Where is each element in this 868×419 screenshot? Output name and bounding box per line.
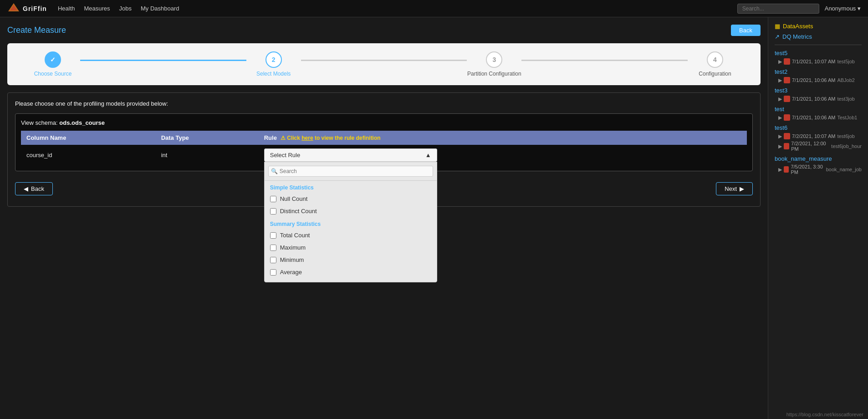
sidebar-measure-test2[interactable]: test2 (775, 68, 862, 75)
back-top-button[interactable]: Back (731, 25, 761, 36)
chart-icon: ↗ (775, 33, 780, 40)
checkbox-average[interactable] (270, 269, 276, 276)
back-bottom-button[interactable]: ◀ Back (15, 182, 53, 195)
content-description: Please choose one of the profiling model… (15, 100, 753, 107)
col-header-rule: Rule ⚠ Click here to view the rule defin… (259, 131, 747, 145)
sidebar-job-row: ▶ 7/5/2021, 3:30 PM book_name_job (778, 164, 862, 175)
checkbox-total-count[interactable] (270, 232, 276, 239)
section-summary-statistics: Summary Statistics (265, 217, 437, 229)
job-status-icon (784, 58, 790, 65)
grid-icon: ▦ (775, 23, 780, 30)
rule-dropdown-wrapper: Select Rule ▲ 🔍 (264, 148, 741, 162)
rule-hint-link[interactable]: here (301, 135, 313, 141)
table-card: View schema: ods.ods_course Column Name … (15, 113, 753, 171)
dropdown-item-average[interactable]: Average (265, 266, 437, 278)
step-1: ✓ Choose Source (26, 51, 80, 77)
main-layout: Create Measure Back ✓ Choose Source 2 Se… (0, 17, 868, 419)
dropdown-item-maximum[interactable]: Maximum (265, 241, 437, 254)
user-badge: Anonymous ▾ (825, 5, 861, 12)
page-title: Create Measure (7, 26, 66, 35)
step-4: 4 Configuration (688, 51, 742, 77)
step-2-label: Select Models (256, 71, 291, 77)
dropdown-search-input[interactable] (268, 166, 433, 177)
step-2: 2 Select Models (246, 51, 301, 77)
chevron-right-icon: ▶ (778, 143, 782, 149)
sidebar-dq-metrics-title: ↗ DQ Metrics (775, 33, 862, 40)
nav-jobs[interactable]: Jobs (119, 5, 132, 12)
step-line-3 (521, 60, 688, 61)
arrow-right-icon: ▶ (740, 185, 744, 192)
step-1-circle: ✓ (45, 51, 61, 68)
checkbox-distinct-count[interactable] (270, 208, 276, 215)
step-line-2 (301, 60, 467, 61)
sidebar-data-assets-title: ▦ DataAssets (775, 23, 862, 30)
dropdown-search-wrapper: 🔍 (265, 162, 437, 181)
job-status-icon (784, 133, 790, 139)
step-2-circle: 2 (266, 51, 282, 68)
search-input[interactable] (737, 4, 819, 14)
search-icon: 🔍 (271, 168, 278, 174)
section-simple-statistics: Simple Statistics (265, 181, 437, 193)
data-table: Column Name Data Type Rule ⚠ Click here … (21, 131, 747, 165)
page-title-row: Create Measure Back (7, 25, 761, 36)
step-3-circle: 3 (486, 51, 502, 68)
top-nav: GriFfin Health Measures Jobs My Dashboar… (0, 0, 868, 17)
chevron-up-icon: ▲ (425, 152, 431, 158)
checkbox-maximum[interactable] (270, 245, 276, 251)
rule-hint[interactable]: ⚠ Click here to view the rule definition (281, 135, 381, 141)
step-3-label: Partition Configuration (467, 71, 521, 77)
sidebar-measure-test6[interactable]: test6 (775, 124, 862, 131)
checkbox-null-count[interactable] (270, 196, 276, 202)
job-status-icon (784, 143, 789, 149)
col-header-data-type: Data Type (156, 131, 259, 145)
left-content: Create Measure Back ✓ Choose Source 2 Se… (0, 17, 768, 419)
sidebar-job-row: ▶ 7/2/2021, 12:00 PM test6job_hour (778, 141, 862, 152)
schema-label: View schema: ods.ods_course (21, 119, 747, 126)
nav-dashboard[interactable]: My Dashboard (141, 5, 179, 12)
sidebar-job-row: ▶ 7/1/2021, 10:06 AM test3job (778, 96, 862, 102)
sidebar-measure-test[interactable]: test (775, 106, 862, 112)
sidebar-measure-test5[interactable]: test5 (775, 50, 862, 56)
step-4-label: Configuration (699, 71, 731, 77)
stepper: ✓ Choose Source 2 Select Models 3 Partit… (7, 43, 761, 85)
cell-column-name: course_id (21, 145, 156, 165)
sidebar-divider (775, 45, 862, 45)
job-status-icon (784, 96, 790, 102)
col-header-column-name: Column Name (21, 131, 156, 145)
sidebar-job-row: ▶ 7/1/2021, 10:06 AM TestJob1 (778, 114, 862, 121)
cell-rule: Select Rule ▲ 🔍 (259, 145, 747, 165)
rule-dropdown-panel: 🔍 Simple Statistics Null Count (264, 162, 437, 282)
sidebar-job-row: ▶ 7/1/2021, 10:06 AM ABJob2 (778, 77, 862, 83)
dropdown-item-distinct-count[interactable]: Distinct Count (265, 205, 437, 217)
job-status-icon (784, 166, 789, 173)
step-3: 3 Partition Configuration (467, 51, 521, 77)
chevron-right-icon: ▶ (778, 77, 782, 83)
step-1-label: Choose Source (34, 71, 72, 77)
job-status-icon (784, 77, 790, 83)
chevron-right-icon: ▶ (778, 133, 782, 139)
footer-url: https://blog.csdn.net/kisscatforever (786, 412, 863, 417)
rule-select-button[interactable]: Select Rule ▲ (264, 148, 437, 162)
dropdown-item-minimum[interactable]: Minimum (265, 254, 437, 266)
chevron-right-icon: ▶ (778, 96, 782, 102)
logo[interactable]: GriFfin (7, 2, 47, 15)
sidebar-job-row: ▶ 7/1/2021, 10:07 AM test5job (778, 58, 862, 65)
step-line-1 (80, 60, 246, 61)
logo-text: GriFfin (23, 5, 47, 12)
next-button[interactable]: Next ▶ (716, 182, 753, 195)
checkbox-minimum[interactable] (270, 257, 276, 263)
job-status-icon (784, 114, 790, 121)
dropdown-item-total-count[interactable]: Total Count (265, 229, 437, 241)
content-card: Please choose one of the profiling model… (7, 92, 761, 207)
step-4-circle: 4 (707, 51, 723, 68)
sidebar-measure-book-name[interactable]: book_name_measure (775, 155, 862, 162)
chevron-right-icon: ▶ (778, 59, 782, 65)
nav-health[interactable]: Health (58, 5, 75, 12)
sidebar-measure-test3[interactable]: test3 (775, 87, 862, 94)
table-row: course_id int Select Rule ▲ (21, 145, 747, 165)
chevron-right-icon: ▶ (778, 115, 782, 121)
arrow-left-icon: ◀ (24, 185, 28, 192)
dropdown-item-null-count[interactable]: Null Count (265, 193, 437, 205)
chevron-right-icon: ▶ (778, 167, 782, 173)
nav-measures[interactable]: Measures (84, 5, 110, 12)
